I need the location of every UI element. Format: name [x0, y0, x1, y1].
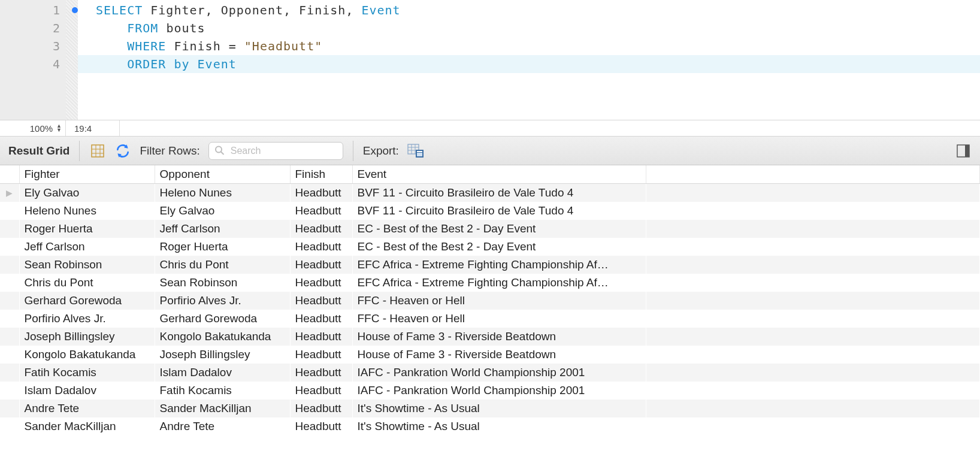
cell-fighter[interactable]: Sean Robinson: [19, 256, 155, 274]
cell-finish[interactable]: Headbutt: [290, 310, 352, 328]
row-indicator-icon: [0, 400, 19, 417]
table-row[interactable]: Porfirio Alves Jr.Gerhard GorewodaHeadbu…: [0, 310, 980, 328]
cell-event[interactable]: EC - Best of the Best 2 - Day Event: [352, 220, 646, 238]
column-header-event[interactable]: Event: [352, 165, 646, 184]
cell-fighter[interactable]: Andre Tete: [19, 400, 155, 417]
cell-finish[interactable]: Headbutt: [290, 292, 352, 310]
cell-event[interactable]: EFC Africa - Extreme Fighting Championsh…: [352, 256, 646, 274]
table-row[interactable]: Sean RobinsonChris du PontHeadbuttEFC Af…: [0, 256, 980, 274]
cell-event[interactable]: It's Showtime - As Usual: [352, 400, 646, 417]
table-row[interactable]: Chris du PontSean RobinsonHeadbuttEFC Af…: [0, 274, 980, 292]
cell-finish[interactable]: Headbutt: [290, 220, 352, 238]
cell-opponent[interactable]: Fatih Kocamis: [155, 382, 290, 400]
table-row[interactable]: Islam DadalovFatih KocamisHeadbuttIAFC -…: [0, 382, 980, 400]
cell-finish[interactable]: Headbutt: [290, 202, 352, 220]
cell-finish[interactable]: Headbutt: [290, 256, 352, 274]
keyword-where: WHERE: [127, 39, 166, 53]
zoom-stepper-icon[interactable]: ▲▼: [56, 124, 62, 132]
result-grid[interactable]: Fighter Opponent Finish Event ▶Ely Galva…: [0, 165, 980, 435]
keyword-order: ORDER: [127, 57, 166, 71]
table-header-row: Fighter Opponent Finish Event: [0, 165, 980, 184]
cell-opponent[interactable]: Islam Dadalov: [155, 364, 290, 382]
row-indicator-icon: [0, 417, 19, 435]
table-row[interactable]: Fatih KocamisIslam DadalovHeadbuttIAFC -…: [0, 364, 980, 382]
cell-opponent[interactable]: Gerhard Gorewoda: [155, 310, 290, 328]
table-row[interactable]: Sander MacKilljanAndre TeteHeadbuttIt's …: [0, 417, 980, 435]
cell-fighter[interactable]: Roger Huerta: [19, 220, 155, 238]
cell-opponent[interactable]: Chris du Pont: [155, 256, 290, 274]
cell-fighter[interactable]: Kongolo Bakatukanda: [19, 346, 155, 364]
table-row[interactable]: Jeff CarlsonRoger HuertaHeadbuttEC - Bes…: [0, 238, 980, 256]
table-row[interactable]: Heleno NunesEly GalvaoHeadbuttBVF 11 - C…: [0, 202, 980, 220]
cell-opponent[interactable]: Andre Tete: [155, 417, 290, 435]
cell-finish[interactable]: Headbutt: [290, 364, 352, 382]
cell-opponent[interactable]: Kongolo Bakatukanda: [155, 328, 290, 346]
table-row[interactable]: Roger HuertaJeff CarlsonHeadbuttEC - Bes…: [0, 220, 980, 238]
cell-fighter[interactable]: Porfirio Alves Jr.: [19, 310, 155, 328]
filter-rows-label: Filter Rows:: [140, 144, 199, 158]
cell-event[interactable]: FFC - Heaven or Hell: [352, 310, 646, 328]
code-area[interactable]: SELECT Fighter, Opponent, Finish, Event …: [78, 0, 980, 120]
line-number: 1: [53, 3, 60, 17]
cell-opponent[interactable]: Jeff Carlson: [155, 220, 290, 238]
result-grid-label: Result Grid: [8, 144, 69, 158]
cell-opponent[interactable]: Sander MacKilljan: [155, 400, 290, 417]
cell-opponent[interactable]: Porfirio Alves Jr.: [155, 292, 290, 310]
zoom-level[interactable]: 100% ▲▼: [0, 120, 66, 136]
cell-event[interactable]: House of Fame 3 - Riverside Beatdown: [352, 328, 646, 346]
table-row[interactable]: Gerhard GorewodaPorfirio Alves Jr.Headbu…: [0, 292, 980, 310]
cell-fighter[interactable]: Fatih Kocamis: [19, 364, 155, 382]
grid-view-icon[interactable]: [89, 143, 106, 159]
line-number: 4: [53, 57, 60, 71]
cell-event[interactable]: It's Showtime - As Usual: [352, 417, 646, 435]
cell-opponent[interactable]: Heleno Nunes: [155, 184, 290, 202]
cell-event[interactable]: FFC - Heaven or Hell: [352, 292, 646, 310]
table-row[interactable]: Kongolo BakatukandaJoseph BillingsleyHea…: [0, 346, 980, 364]
cursor-position: 19:4: [66, 120, 120, 136]
cell-finish[interactable]: Headbutt: [290, 238, 352, 256]
cell-fighter[interactable]: Jeff Carlson: [19, 238, 155, 256]
cell-opponent[interactable]: Sean Robinson: [155, 274, 290, 292]
svg-rect-15: [417, 151, 422, 152]
line-gutter: 1 2 3 4: [0, 0, 66, 120]
column-header-opponent[interactable]: Opponent: [155, 165, 290, 184]
cell-finish[interactable]: Headbutt: [290, 382, 352, 400]
cell-finish[interactable]: Headbutt: [290, 328, 352, 346]
cell-finish[interactable]: Headbutt: [290, 346, 352, 364]
cell-fighter[interactable]: Islam Dadalov: [19, 382, 155, 400]
cell-opponent[interactable]: Roger Huerta: [155, 238, 290, 256]
cell-event[interactable]: IAFC - Pankration World Championship 200…: [352, 382, 646, 400]
cell-finish[interactable]: Headbutt: [290, 184, 352, 202]
keyword-from: FROM: [127, 21, 158, 35]
cell-event[interactable]: BVF 11 - Circuito Brasileiro de Vale Tud…: [352, 184, 646, 202]
table-row[interactable]: Joseph BillingsleyKongolo BakatukandaHea…: [0, 328, 980, 346]
sql-editor[interactable]: 1 2 3 4 SELECT Fighter, Opponent, Finish…: [0, 0, 980, 120]
cell-fighter[interactable]: Sander MacKilljan: [19, 417, 155, 435]
search-input[interactable]: [208, 142, 343, 160]
cell-event[interactable]: House of Fame 3 - Riverside Beatdown: [352, 346, 646, 364]
cell-opponent[interactable]: Joseph Billingsley: [155, 346, 290, 364]
column-header-finish[interactable]: Finish: [290, 165, 352, 184]
column-header-fighter[interactable]: Fighter: [19, 165, 155, 184]
table-row[interactable]: ▶Ely GalvaoHeleno NunesHeadbuttBVF 11 - …: [0, 184, 980, 202]
export-icon[interactable]: [407, 143, 424, 159]
toggle-side-panel-icon[interactable]: [955, 143, 972, 159]
cell-fighter[interactable]: Gerhard Gorewoda: [19, 292, 155, 310]
cell-finish[interactable]: Headbutt: [290, 417, 352, 435]
row-indicator-icon: [0, 256, 19, 274]
table-row[interactable]: Andre TeteSander MacKilljanHeadbuttIt's …: [0, 400, 980, 417]
cell-fighter[interactable]: Joseph Billingsley: [19, 328, 155, 346]
editor-status-bar: 100% ▲▼ 19:4: [0, 120, 980, 137]
cell-fighter[interactable]: Chris du Pont: [19, 274, 155, 292]
cell-finish[interactable]: Headbutt: [290, 400, 352, 417]
refresh-icon[interactable]: [114, 143, 131, 159]
cell-fighter[interactable]: Heleno Nunes: [19, 202, 155, 220]
cell-event[interactable]: BVF 11 - Circuito Brasileiro de Vale Tud…: [352, 202, 646, 220]
cell-event[interactable]: IAFC - Pankration World Championship 200…: [352, 364, 646, 382]
filter-search-box[interactable]: [208, 142, 343, 160]
cell-finish[interactable]: Headbutt: [290, 274, 352, 292]
cell-event[interactable]: EC - Best of the Best 2 - Day Event: [352, 238, 646, 256]
cell-event[interactable]: EFC Africa - Extreme Fighting Championsh…: [352, 274, 646, 292]
cell-opponent[interactable]: Ely Galvao: [155, 202, 290, 220]
cell-fighter[interactable]: Ely Galvao: [19, 184, 155, 202]
